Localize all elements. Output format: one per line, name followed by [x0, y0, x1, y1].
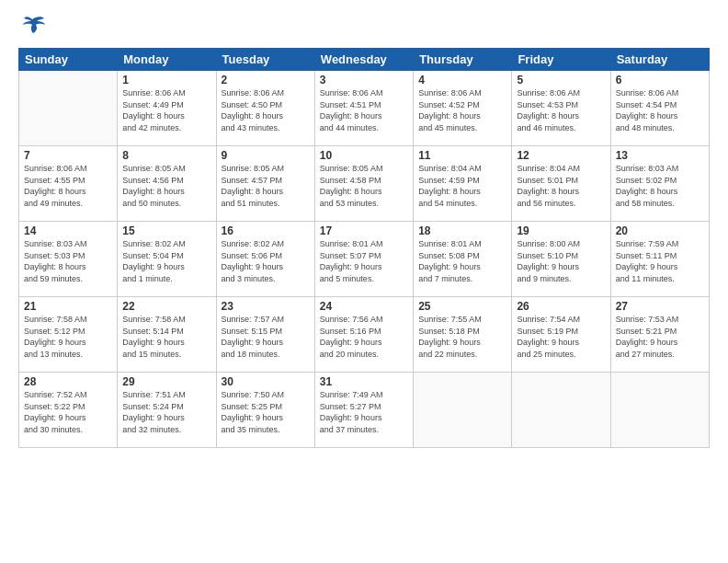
day-info: Sunrise: 8:02 AM Sunset: 5:04 PM Dayligh…: [122, 238, 210, 284]
day-info: Sunrise: 8:01 AM Sunset: 5:07 PM Dayligh…: [320, 238, 408, 284]
calendar-cell: [19, 71, 118, 146]
day-number: 31: [320, 375, 408, 388]
day-info: Sunrise: 8:05 AM Sunset: 4:56 PM Dayligh…: [122, 163, 210, 209]
day-info: Sunrise: 8:00 AM Sunset: 5:10 PM Dayligh…: [517, 238, 605, 284]
day-number: 26: [517, 300, 605, 313]
day-number: 2: [222, 74, 310, 86]
calendar-cell: 17Sunrise: 8:01 AM Sunset: 5:07 PM Dayli…: [314, 222, 413, 297]
day-info: Sunrise: 7:51 AM Sunset: 5:24 PM Dayligh…: [122, 389, 210, 435]
day-info: Sunrise: 7:53 AM Sunset: 5:21 PM Dayligh…: [616, 314, 704, 360]
calendar-cell: 7Sunrise: 8:06 AM Sunset: 4:55 PM Daylig…: [19, 146, 118, 222]
day-number: 22: [122, 300, 210, 313]
day-number: 11: [418, 149, 506, 162]
day-info: Sunrise: 7:54 AM Sunset: 5:19 PM Dayligh…: [517, 314, 605, 360]
day-info: Sunrise: 8:04 AM Sunset: 4:59 PM Dayligh…: [418, 163, 506, 209]
day-number: 13: [616, 149, 704, 162]
calendar-cell: 25Sunrise: 7:55 AM Sunset: 5:18 PM Dayli…: [414, 297, 512, 373]
day-number: 30: [222, 375, 310, 388]
day-number: 6: [616, 74, 704, 86]
day-number: 25: [418, 300, 506, 313]
day-info: Sunrise: 8:06 AM Sunset: 4:50 PM Dayligh…: [222, 87, 310, 133]
day-number: 29: [122, 375, 210, 388]
day-info: Sunrise: 7:56 AM Sunset: 5:16 PM Dayligh…: [320, 314, 408, 360]
calendar-cell: 28Sunrise: 7:52 AM Sunset: 5:22 PM Dayli…: [19, 373, 118, 448]
day-info: Sunrise: 8:06 AM Sunset: 4:55 PM Dayligh…: [24, 163, 112, 209]
calendar-cell: 31Sunrise: 7:49 AM Sunset: 5:27 PM Dayli…: [314, 373, 413, 448]
calendar-cell: 8Sunrise: 8:05 AM Sunset: 4:56 PM Daylig…: [118, 146, 216, 222]
weekday-header: Monday: [118, 49, 216, 71]
calendar-cell: 23Sunrise: 7:57 AM Sunset: 5:15 PM Dayli…: [216, 297, 314, 373]
calendar-cell: 26Sunrise: 7:54 AM Sunset: 5:19 PM Dayli…: [512, 297, 610, 373]
day-number: 3: [320, 74, 408, 86]
calendar-cell: 4Sunrise: 8:06 AM Sunset: 4:52 PM Daylig…: [414, 71, 512, 146]
day-number: 10: [320, 149, 408, 162]
day-number: 7: [24, 149, 112, 162]
calendar-cell: 27Sunrise: 7:53 AM Sunset: 5:21 PM Dayli…: [610, 297, 709, 373]
day-number: 12: [517, 149, 605, 162]
day-number: 8: [122, 149, 210, 162]
day-number: 21: [24, 300, 112, 313]
calendar-cell: 18Sunrise: 8:01 AM Sunset: 5:08 PM Dayli…: [414, 222, 512, 297]
calendar-cell: 30Sunrise: 7:50 AM Sunset: 5:25 PM Dayli…: [216, 373, 314, 448]
calendar-cell: 11Sunrise: 8:04 AM Sunset: 4:59 PM Dayli…: [414, 146, 512, 222]
day-info: Sunrise: 7:55 AM Sunset: 5:18 PM Dayligh…: [418, 314, 506, 360]
day-info: Sunrise: 7:49 AM Sunset: 5:27 PM Dayligh…: [320, 389, 408, 435]
calendar-cell: [512, 373, 610, 448]
logo: [18, 15, 50, 40]
weekday-header: Sunday: [19, 49, 118, 71]
calendar-cell: [610, 373, 709, 448]
day-info: Sunrise: 7:59 AM Sunset: 5:11 PM Dayligh…: [616, 238, 704, 284]
day-info: Sunrise: 8:05 AM Sunset: 4:57 PM Dayligh…: [222, 163, 310, 209]
calendar-cell: 10Sunrise: 8:05 AM Sunset: 4:58 PM Dayli…: [314, 146, 413, 222]
day-number: 28: [24, 375, 112, 388]
day-info: Sunrise: 7:52 AM Sunset: 5:22 PM Dayligh…: [24, 389, 112, 435]
day-number: 27: [616, 300, 704, 313]
calendar-cell: 6Sunrise: 8:06 AM Sunset: 4:54 PM Daylig…: [610, 71, 709, 146]
day-number: 9: [222, 149, 310, 162]
day-number: 18: [418, 224, 506, 237]
day-number: 14: [24, 224, 112, 237]
day-number: 15: [122, 224, 210, 237]
day-number: 17: [320, 224, 408, 237]
day-info: Sunrise: 7:58 AM Sunset: 5:14 PM Dayligh…: [122, 314, 210, 360]
calendar-cell: 21Sunrise: 7:58 AM Sunset: 5:12 PM Dayli…: [19, 297, 118, 373]
calendar-cell: 13Sunrise: 8:03 AM Sunset: 5:02 PM Dayli…: [610, 146, 709, 222]
calendar-cell: [414, 373, 512, 448]
day-info: Sunrise: 7:50 AM Sunset: 5:25 PM Dayligh…: [222, 389, 310, 435]
calendar-cell: 12Sunrise: 8:04 AM Sunset: 5:01 PM Dayli…: [512, 146, 610, 222]
day-number: 1: [122, 74, 210, 86]
day-number: 24: [320, 300, 408, 313]
calendar-cell: 20Sunrise: 7:59 AM Sunset: 5:11 PM Dayli…: [610, 222, 709, 297]
calendar-cell: 1Sunrise: 8:06 AM Sunset: 4:49 PM Daylig…: [118, 71, 216, 146]
calendar-table: SundayMondayTuesdayWednesdayThursdayFrid…: [18, 48, 710, 448]
day-number: 23: [222, 300, 310, 313]
day-number: 5: [517, 74, 605, 86]
day-info: Sunrise: 8:06 AM Sunset: 4:54 PM Dayligh…: [616, 87, 704, 133]
day-number: 20: [616, 224, 704, 237]
day-info: Sunrise: 8:06 AM Sunset: 4:52 PM Dayligh…: [418, 87, 506, 133]
day-info: Sunrise: 8:01 AM Sunset: 5:08 PM Dayligh…: [418, 238, 506, 284]
weekday-header: Thursday: [414, 49, 512, 71]
day-info: Sunrise: 7:58 AM Sunset: 5:12 PM Dayligh…: [24, 314, 112, 360]
day-number: 19: [517, 224, 605, 237]
day-info: Sunrise: 8:06 AM Sunset: 4:51 PM Dayligh…: [320, 87, 408, 133]
calendar-cell: 24Sunrise: 7:56 AM Sunset: 5:16 PM Dayli…: [314, 297, 413, 373]
weekday-header: Friday: [512, 49, 610, 71]
logo-icon: [18, 15, 46, 40]
calendar-cell: 16Sunrise: 8:02 AM Sunset: 5:06 PM Dayli…: [216, 222, 314, 297]
calendar-cell: 5Sunrise: 8:06 AM Sunset: 4:53 PM Daylig…: [512, 71, 610, 146]
calendar-cell: 3Sunrise: 8:06 AM Sunset: 4:51 PM Daylig…: [314, 71, 413, 146]
calendar-cell: 15Sunrise: 8:02 AM Sunset: 5:04 PM Dayli…: [118, 222, 216, 297]
day-info: Sunrise: 8:03 AM Sunset: 5:02 PM Dayligh…: [616, 163, 704, 209]
weekday-header: Tuesday: [216, 49, 314, 71]
day-info: Sunrise: 8:06 AM Sunset: 4:49 PM Dayligh…: [122, 87, 210, 133]
calendar-cell: 14Sunrise: 8:03 AM Sunset: 5:03 PM Dayli…: [19, 222, 118, 297]
calendar-cell: 9Sunrise: 8:05 AM Sunset: 4:57 PM Daylig…: [216, 146, 314, 222]
day-info: Sunrise: 8:05 AM Sunset: 4:58 PM Dayligh…: [320, 163, 408, 209]
calendar-cell: 19Sunrise: 8:00 AM Sunset: 5:10 PM Dayli…: [512, 222, 610, 297]
day-info: Sunrise: 8:04 AM Sunset: 5:01 PM Dayligh…: [517, 163, 605, 209]
day-info: Sunrise: 8:02 AM Sunset: 5:06 PM Dayligh…: [222, 238, 310, 284]
calendar-cell: 29Sunrise: 7:51 AM Sunset: 5:24 PM Dayli…: [118, 373, 216, 448]
calendar-cell: 2Sunrise: 8:06 AM Sunset: 4:50 PM Daylig…: [216, 71, 314, 146]
weekday-header: Saturday: [610, 49, 709, 71]
